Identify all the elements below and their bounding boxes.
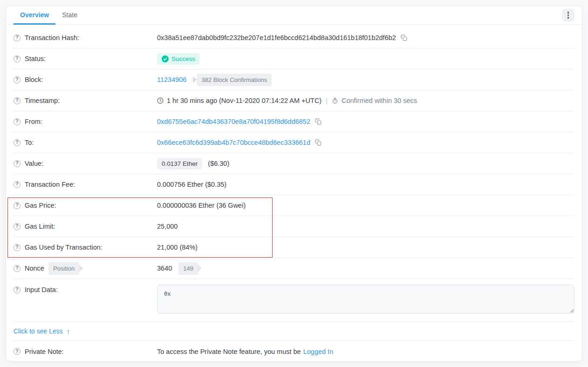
transaction-fee-label: Transaction Fee:	[25, 181, 75, 188]
help-icon[interactable]: ?	[14, 265, 21, 272]
block-label: Block:	[25, 76, 43, 83]
help-icon[interactable]: ?	[14, 97, 21, 104]
help-icon[interactable]: ?	[14, 76, 21, 83]
position-badge: Position	[48, 262, 79, 275]
row-gas-used: ? Gas Used by Transaction: 21,000 (84%)	[14, 237, 574, 258]
usd-value: ($6.30)	[208, 160, 229, 167]
copy-icon[interactable]	[315, 139, 321, 146]
from-address-link[interactable]: 0xd6755e6ac74db436370e8a70f04195f8d6dd68…	[157, 118, 310, 125]
private-note-label: Private Note:	[25, 348, 64, 355]
row-block: ? Block: 11234906 382 Block Confirmation…	[14, 69, 574, 90]
help-icon[interactable]: ?	[14, 244, 21, 251]
row-gas-price: ? Gas Price: 0.000000036 Ether (36 Gwei)	[14, 195, 574, 216]
gas-limit-label: Gas Limit:	[25, 223, 55, 230]
ether-value-badge: 0.0137 Ether	[157, 158, 202, 170]
help-icon[interactable]: ?	[14, 160, 21, 167]
tab-overview[interactable]: Overview	[14, 6, 55, 25]
kebab-icon	[567, 12, 569, 14]
value-label: Value:	[25, 160, 43, 167]
stopwatch-icon	[332, 97, 338, 104]
help-icon[interactable]: ?	[14, 202, 21, 209]
confirmed-within: Confirmed within 30 secs	[342, 97, 417, 104]
see-less-link[interactable]: Click to see Less ↑	[14, 327, 70, 335]
gas-used-label: Gas Used by Transaction:	[25, 244, 103, 251]
arrow-up-icon: ↑	[67, 327, 70, 335]
separator: |	[325, 97, 328, 104]
help-icon[interactable]: ?	[14, 139, 21, 146]
check-circle-icon	[162, 55, 169, 62]
card-header: Overview State	[6, 6, 582, 25]
more-options-button[interactable]	[562, 9, 574, 21]
help-icon[interactable]: ?	[14, 286, 21, 293]
nonce-label: Nonce	[25, 265, 44, 272]
row-status: ? Status: Success	[14, 48, 574, 69]
tab-bar: Overview State	[14, 6, 84, 24]
row-gas-limit: ? Gas Limit: 25,000	[14, 216, 574, 237]
gas-price-label: Gas Price:	[25, 202, 56, 209]
position-value-badge: 149	[178, 262, 198, 275]
row-value: ? Value: 0.0137 Ether ($6.30)	[14, 153, 574, 174]
row-nonce: ? Nonce Position 3640 149	[14, 258, 574, 279]
help-icon[interactable]: ?	[14, 34, 21, 41]
transaction-hash-value: 0x38a51ee87dab0bd9fc232be207e1d1fe6bccd6…	[157, 34, 396, 41]
copy-icon[interactable]	[315, 118, 321, 125]
row-see-less: Click to see Less ↑	[14, 322, 574, 341]
transaction-hash-label: Transaction Hash:	[25, 34, 79, 41]
to-address-link[interactable]: 0x66ece63fc6d399ab4b7c70bcce48bd6ec33366…	[157, 139, 310, 146]
row-private-note: ? Private Note: To access the Private No…	[14, 341, 574, 361]
timestamp-label: Timestamp:	[25, 97, 60, 104]
help-icon[interactable]: ?	[14, 55, 21, 62]
help-icon[interactable]: ?	[14, 223, 21, 230]
help-icon[interactable]: ?	[14, 348, 21, 355]
row-timestamp: ? Timestamp: 1 hr 30 mins ago (Nov-11-20…	[14, 90, 574, 111]
row-transaction-hash: ? Transaction Hash: 0x38a51ee87dab0bd9fc…	[14, 27, 574, 48]
row-input-data: ? Input Data: 0x	[14, 279, 574, 322]
block-confirmations-badge: 382 Block Confirmations	[197, 74, 272, 86]
tab-state[interactable]: State	[55, 6, 84, 25]
clock-icon	[157, 97, 164, 104]
row-transaction-fee: ? Transaction Fee: 0.000756 Ether ($0.35…	[14, 174, 574, 195]
to-label: To:	[25, 139, 34, 146]
transaction-page: Overview State ? Transaction Hash: 0x38a…	[0, 0, 588, 367]
row-from: ? From: 0xd6755e6ac74db436370e8a70f04195…	[14, 111, 574, 132]
gas-used-value: 21,000 (84%)	[157, 244, 198, 251]
transaction-card: Overview State ? Transaction Hash: 0x38a…	[6, 6, 582, 361]
nonce-value: 3640	[157, 265, 172, 272]
help-icon[interactable]: ?	[14, 181, 21, 188]
status-label: Status:	[25, 55, 46, 62]
row-to: ? To: 0x66ece63fc6d399ab4b7c70bcce48bd6e…	[14, 132, 574, 153]
copy-icon[interactable]	[401, 34, 407, 41]
from-label: From:	[25, 118, 42, 125]
help-icon[interactable]: ?	[14, 118, 21, 125]
gas-price-value: 0.000000036 Ether (36 Gwei)	[157, 202, 246, 209]
input-data-label: Input Data:	[25, 286, 58, 293]
private-note-text: To access the Private Note feature, you …	[157, 348, 301, 355]
block-number-link[interactable]: 11234906	[157, 76, 186, 83]
card-body: ? Transaction Hash: 0x38a51ee87dab0bd9fc…	[6, 25, 582, 361]
transaction-fee-value: 0.000756 Ether ($0.35)	[157, 181, 226, 188]
logged-in-link[interactable]: Logged In	[303, 348, 334, 355]
input-data-textarea[interactable]: 0x	[157, 285, 574, 313]
status-badge: Success	[157, 53, 200, 65]
gas-limit-value: 25,000	[157, 223, 178, 230]
timestamp-value: 1 hr 30 mins ago (Nov-11-2020 07:14:22 A…	[167, 97, 321, 104]
